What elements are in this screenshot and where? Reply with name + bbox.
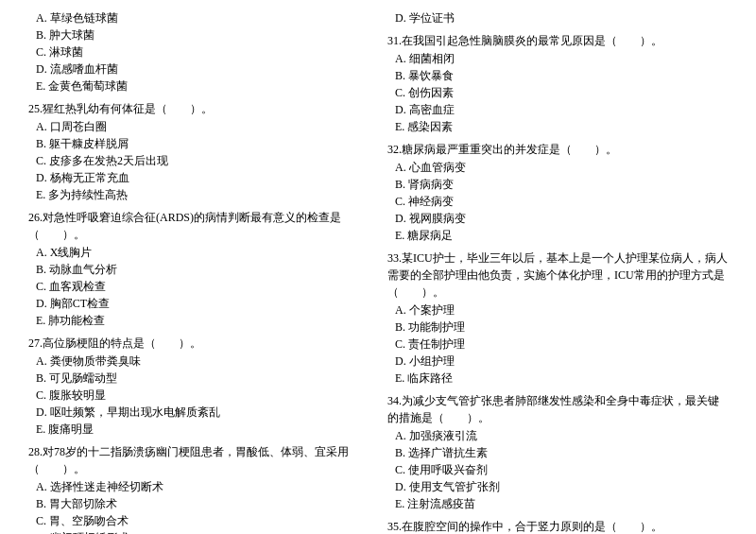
question-title: 32.糖尿病最严重重突出的并发症是（ ）。: [387, 141, 728, 158]
question-block: 31.在我国引起急性脑脑膜炎的最常见原因是（ ）。A. 细菌相闭B. 暴饮暴食C…: [387, 32, 728, 135]
option: E. 感染因素: [387, 118, 728, 135]
question-block: 25.猩红热乳幼有何体征是（ ）。A. 口周苍白圈B. 躯干糠皮样脱屑C. 皮疹…: [28, 100, 369, 203]
question-title: 27.高位肠梗阻的特点是（ ）。: [28, 335, 369, 352]
question-block: 27.高位肠梗阻的特点是（ ）。A. 粪便物质带粪臭味B. 可见肠蠕动型C. 腹…: [28, 335, 369, 438]
option: E. 注射流感疫苗: [387, 495, 728, 512]
option: E. 腹痛明显: [28, 421, 369, 438]
option: B. 可见肠蠕动型: [28, 370, 369, 387]
option: B. 胃大部切除术: [28, 495, 369, 512]
option: A. X线胸片: [28, 244, 369, 261]
question-block: 35.在腹腔空间的操作中，合于竖力原则的是（ ）。A. 操作前备齐用物，按照顺序…: [387, 518, 728, 534]
option: A. 草绿色链球菌: [28, 9, 369, 26]
option: B. 躯干糠皮样脱屑: [28, 135, 369, 152]
content-columns: A. 草绿色链球菌B. 肿大球菌C. 淋球菌D. 流感嗜血杆菌E. 金黄色葡萄球…: [28, 9, 728, 534]
right-column: D. 学位证书31.在我国引起急性脑脑膜炎的最常见原因是（ ）。A. 细菌相闭B…: [387, 9, 728, 534]
option: D. 高密血症: [387, 101, 728, 118]
option: B. 肿大球菌: [28, 26, 369, 43]
question-block: 34.为减少支气管扩张患者肺部继发性感染和全身中毒症状，最关键的措施是（ ）。A…: [387, 392, 728, 512]
option: D. 杨梅无正常充血: [28, 169, 369, 186]
option: B. 选择广谱抗生素: [387, 444, 728, 461]
option: A. 细菌相闭: [387, 50, 728, 67]
option: D. 使用支气管扩张剂: [387, 478, 728, 495]
question-title: 31.在我国引起急性脑脑膜炎的最常见原因是（ ）。: [387, 32, 728, 49]
option: D. 学位证书: [387, 9, 728, 26]
question-block: 26.对急性呼吸窘迫综合征(ARDS)的病情判断最有意义的检查是（ ）。A. X…: [28, 209, 369, 329]
option: D. 呕吐频繁，早期出现水电解质紊乱: [28, 404, 369, 421]
page-container: A. 草绿色链球菌B. 肿大球菌C. 淋球菌D. 流感嗜血杆菌E. 金黄色葡萄球…: [28, 9, 728, 534]
option: D. 幽门环切矫形术: [28, 529, 369, 534]
option: C. 淋球菌: [28, 43, 369, 60]
option: C. 皮疹多在发热2天后出现: [28, 152, 369, 169]
option: A. 选择性迷走神经切断术: [28, 478, 369, 495]
question-title: 28.对78岁的十二指肠溃疡幽门梗阻患者，胃酸低、体弱、宜采用（ ）。: [28, 443, 369, 477]
option: E. 多为持续性高热: [28, 186, 369, 203]
option: A. 口周苍白圈: [28, 118, 369, 135]
option: E. 肺功能检查: [28, 312, 369, 329]
option: E. 糖尿病足: [387, 227, 728, 244]
option: B. 动脉血气分析: [28, 261, 369, 278]
option: D. 流感嗜血杆菌: [28, 60, 369, 78]
option: E. 临床路径: [387, 370, 728, 387]
question-title: 26.对急性呼吸窘迫综合征(ARDS)的病情判断最有意义的检查是（ ）。: [28, 209, 369, 243]
question-block: A. 草绿色链球菌B. 肿大球菌C. 淋球菌D. 流感嗜血杆菌E. 金黄色葡萄球…: [28, 9, 369, 95]
option: A. 心血管病变: [387, 159, 728, 176]
option: A. 个案护理: [387, 301, 728, 319]
option: C. 使用呼吸兴奋剂: [387, 461, 728, 478]
question-title: 33.某ICU护士，毕业三年以后，基本上是一个人护理某位病人，病人需要的全部护理…: [387, 250, 728, 301]
option: C. 神经病变: [387, 193, 728, 210]
question-block: 33.某ICU护士，毕业三年以后，基本上是一个人护理某位病人，病人需要的全部护理…: [387, 250, 728, 387]
option: C. 创伤因素: [387, 84, 728, 101]
option: B. 功能制护理: [387, 319, 728, 336]
question-block: D. 学位证书: [387, 9, 728, 26]
question-title: 25.猩红热乳幼有何体征是（ ）。: [28, 100, 369, 117]
option: C. 胃、空肠吻合术: [28, 512, 369, 529]
left-column: A. 草绿色链球菌B. 肿大球菌C. 淋球菌D. 流感嗜血杆菌E. 金黄色葡萄球…: [28, 9, 369, 534]
question-title: 34.为减少支气管扩张患者肺部继发性感染和全身中毒症状，最关键的措施是（ ）。: [387, 392, 728, 426]
question-block: 32.糖尿病最严重重突出的并发症是（ ）。A. 心血管病变B. 肾病病变C. 神…: [387, 141, 728, 244]
option: D. 小组护理: [387, 353, 728, 370]
option: B. 暴饮暴食: [387, 67, 728, 84]
option: E. 金黄色葡萄球菌: [28, 78, 369, 95]
option: C. 血客观检查: [28, 278, 369, 295]
option: A. 加强痰液引流: [387, 427, 728, 444]
option: C. 责任制护理: [387, 336, 728, 353]
option: B. 肾病病变: [387, 176, 728, 193]
option: D. 胸部CT检查: [28, 295, 369, 312]
question-title: 35.在腹腔空间的操作中，合于竖力原则的是（ ）。: [387, 518, 728, 534]
question-block: 28.对78岁的十二指肠溃疡幽门梗阻患者，胃酸低、体弱、宜采用（ ）。A. 选择…: [28, 443, 369, 534]
option: C. 腹胀较明显: [28, 387, 369, 404]
option: D. 视网膜病变: [387, 210, 728, 227]
option: A. 粪便物质带粪臭味: [28, 353, 369, 370]
